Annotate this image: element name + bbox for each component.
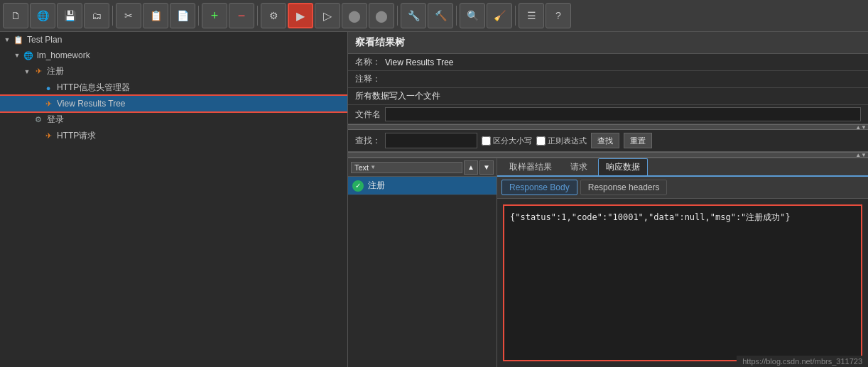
dropdown-label: Text (354, 163, 369, 172)
list-button[interactable]: ☰ (519, 3, 544, 28)
expand-icon: ▼ (23, 67, 31, 76)
response-tabs-row: Response Body Response headers (497, 177, 868, 199)
filename-label: 文件名 (355, 109, 381, 121)
clear-button[interactable]: 🧹 (487, 3, 512, 28)
sidebar: ▼ 📋 Test Plan ▼ 🌐 lm_homework ▼ ✈ 注册 ● H… (0, 32, 348, 367)
settings2-button[interactable]: 🔨 (428, 3, 453, 28)
sidebar-item-label: HTTP请求 (57, 130, 96, 142)
comment-row: 注释： (348, 71, 868, 88)
results-right: 取样器结果 请求 响应数据 Response Body Response (497, 158, 868, 367)
sep5 (456, 6, 457, 26)
name-value: View Results Tree (385, 57, 454, 67)
dropdown-arrow-icon: ▼ (370, 164, 376, 170)
panel-header: 察看结果树 (348, 32, 868, 54)
expand-icon (33, 84, 41, 92)
toolbar: 🗋 🌐 💾 🗂 ✂ 📋 📄 + − ⚙ ▶ ▷ ⬤ ⬤ 🔧 🔨 🔍 🧹 ☰ ? (0, 0, 868, 32)
toggle-button[interactable]: ⚙ (261, 3, 286, 28)
save-all-button[interactable]: 🗂 (84, 3, 109, 28)
regex-checkbox[interactable] (536, 136, 546, 146)
sep6 (515, 6, 516, 26)
copy-button[interactable]: 📋 (143, 3, 168, 28)
response-body-tab[interactable]: Response Body (501, 180, 577, 195)
test-plan-icon: 📋 (13, 34, 24, 45)
sidebar-item-http-header[interactable]: ● HTTP信息头管理器 (0, 80, 347, 96)
result-item-label: 注册 (368, 180, 385, 192)
small-btn-down[interactable]: ▼ (479, 160, 494, 175)
stop2-button[interactable]: ⬤ (369, 3, 394, 28)
expand-icon (23, 116, 31, 124)
sidebar-item-label: 注册 (47, 65, 64, 77)
scrollbar-bottom: ▲▼ (348, 152, 868, 158)
http-request-icon: ✈ (43, 131, 54, 142)
response-text: {"status":1,"code":"10001","data":null,"… (510, 212, 791, 222)
open-button[interactable]: 🌐 (30, 3, 55, 28)
new-button[interactable]: 🗋 (3, 3, 28, 28)
save-button[interactable]: 💾 (57, 3, 82, 28)
sidebar-item-test-plan[interactable]: ▼ 📋 Test Plan (0, 32, 347, 48)
small-btn-up[interactable]: ▲ (464, 160, 478, 175)
main-layout: ▼ 📋 Test Plan ▼ 🌐 lm_homework ▼ ✈ 注册 ● H… (0, 32, 868, 367)
sidebar-item-login[interactable]: ⚙ 登录 (0, 111, 347, 128)
response-body-label: Response Body (509, 182, 570, 192)
sep1 (112, 6, 113, 26)
sidebar-item-label: Test Plan (27, 35, 62, 45)
remove-button[interactable]: − (229, 3, 254, 28)
result-item-register[interactable]: ✓ 注册 (348, 177, 497, 195)
tab-sampler-label: 取样器结果 (509, 162, 552, 172)
expand-icon: ▼ (13, 51, 21, 60)
tab-request-label: 请求 (570, 162, 587, 172)
expand-icon (33, 132, 41, 141)
paste-button[interactable]: 📄 (170, 3, 195, 28)
help-button[interactable]: ? (546, 3, 571, 28)
expand-icon: ▼ (3, 35, 11, 44)
results-header: Text ▼ ▲ ▼ (348, 158, 497, 177)
response-headers-label: Response headers (588, 182, 660, 192)
case-sensitive-checkbox[interactable] (482, 136, 491, 146)
tabs-bar: 取样器结果 请求 响应数据 (497, 158, 868, 177)
settings-button[interactable]: 🔧 (401, 3, 426, 28)
sep3 (257, 6, 258, 26)
panel-title: 察看结果树 (355, 36, 405, 48)
footer-url: https://blog.csdn.net/mbrs_311723 (742, 357, 862, 366)
search-bar: 查找： 区分大小写 正则表达式 查找 重置 (348, 130, 868, 152)
text-dropdown[interactable]: Text ▼ (351, 162, 462, 173)
tab-response-label: 响应数据 (606, 162, 640, 172)
search-reset-button[interactable]: 重置 (624, 133, 652, 148)
sidebar-item-label: 登录 (47, 114, 64, 126)
response-headers-tab[interactable]: Response headers (580, 180, 668, 195)
sidebar-item-view-results-tree[interactable]: ✈ View Results Tree (0, 96, 347, 111)
sidebar-item-label: View Results Tree (57, 99, 126, 109)
cut-button[interactable]: ✂ (116, 3, 141, 28)
sidebar-item-register[interactable]: ▼ ✈ 注册 (0, 63, 347, 80)
play-next-button[interactable]: ▷ (315, 3, 340, 28)
case-sensitive-checkbox-item: 区分大小写 (482, 136, 532, 146)
right-panel: 察看结果树 名称： View Results Tree 注释： 所有数据写入一个… (348, 32, 868, 367)
regex-checkbox-item: 正则表达式 (536, 136, 587, 146)
tab-sampler[interactable]: 取样器结果 (501, 158, 560, 175)
filename-input[interactable] (385, 107, 861, 121)
search-button[interactable]: 🔍 (460, 3, 485, 28)
tab-response-data[interactable]: 响应数据 (598, 158, 648, 175)
view-results-icon: ✈ (43, 98, 54, 109)
result-success-icon: ✓ (352, 180, 364, 192)
tab-request[interactable]: 请求 (563, 158, 595, 175)
login-icon: ⚙ (33, 114, 44, 126)
search-label: 查找： (355, 135, 381, 147)
scrollbar-top: ▲▼ (348, 124, 868, 130)
name-row: 名称： View Results Tree (348, 54, 868, 71)
sidebar-item-label: HTTP信息头管理器 (57, 82, 130, 94)
stop1-button[interactable]: ⬤ (342, 3, 367, 28)
results-list: ✓ 注册 (348, 177, 497, 367)
regex-label: 正则表达式 (548, 136, 587, 146)
sep2 (198, 6, 199, 26)
http-header-icon: ● (43, 82, 54, 94)
add-button[interactable]: + (202, 3, 227, 28)
sidebar-item-label: lm_homework (37, 50, 90, 60)
play-button[interactable]: ▶ (288, 3, 313, 28)
search-input[interactable] (385, 133, 477, 148)
sidebar-item-http-request[interactable]: ✈ HTTP请求 (0, 128, 347, 144)
search-find-button[interactable]: 查找 (591, 133, 619, 148)
comment-label: 注释： (355, 73, 381, 85)
sidebar-item-lm-homework[interactable]: ▼ 🌐 lm_homework (0, 48, 347, 63)
results-left: Text ▼ ▲ ▼ ✓ 注册 (348, 158, 497, 367)
